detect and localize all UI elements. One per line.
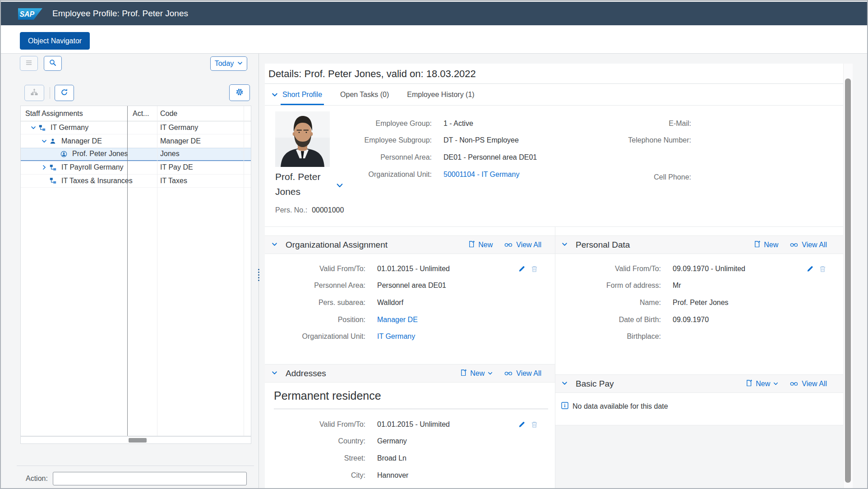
no-data-message: No data available for this date <box>561 402 668 411</box>
section-field-row: Valid From/To:09.09.1970 - Unlimited <box>555 260 843 277</box>
tree-header: Staff Assignments Act... Code <box>21 106 251 121</box>
collapse-icon[interactable] <box>562 380 568 388</box>
profile-field-row: Employee Subgroup:DT - Non-PS Employee <box>332 132 545 149</box>
section-field-row: Valid From/To:01.01.2015 - Unlimited <box>265 416 555 433</box>
tree-item-label: IT Germany <box>51 124 88 132</box>
edit-icon[interactable] <box>807 265 813 272</box>
org-chart-up-icon <box>30 88 38 98</box>
person-icon <box>50 138 61 144</box>
section-field-row: Date of Birth:09.09.1970 <box>555 311 843 328</box>
divider <box>274 409 548 409</box>
sap-logo-icon[interactable]: SAP <box>18 8 42 20</box>
view-all-button[interactable]: View All <box>790 241 827 249</box>
splitter-grip-icon[interactable] <box>255 265 262 285</box>
profile-field-row: Employee Group:1 - Active <box>332 115 545 132</box>
new-menu-button[interactable]: New <box>460 369 493 378</box>
glasses-icon <box>504 241 513 249</box>
scrollbar-thumb[interactable] <box>845 78 851 483</box>
delete-icon[interactable] <box>819 265 826 272</box>
tab-short-profile[interactable]: Short Profile <box>282 84 322 105</box>
section-header-basic-pay: Basic Pay New View All <box>555 374 843 393</box>
profile-field-row: E-Mail: <box>592 115 804 132</box>
section-field-row: Valid From/To:01.01.2015 - Unlimited <box>265 260 555 277</box>
field-value-link[interactable]: Manager DE <box>377 316 418 324</box>
field-value: Walldorf <box>377 299 403 307</box>
divider <box>265 226 843 227</box>
field-value-link[interactable]: IT Germany <box>377 332 415 341</box>
column-header-staff-assignments: Staff Assignments <box>25 106 83 121</box>
profile-field-row: Organizational Unit:50001104 - IT German… <box>332 166 545 183</box>
object-navigator-button[interactable]: Object Navigator <box>20 32 90 50</box>
view-all-button[interactable]: View All <box>504 369 541 378</box>
column-divider <box>244 106 244 436</box>
delete-icon[interactable] <box>531 421 538 428</box>
section-field-row: Country:Germany <box>265 433 555 450</box>
section-field-row: Organizational Unit:IT Germany <box>265 328 555 345</box>
refresh-button[interactable] <box>55 85 74 101</box>
org-structure-up-button[interactable] <box>24 85 44 101</box>
field-value-link[interactable]: 50001104 - IT Germany <box>443 171 519 179</box>
employee-photo <box>275 111 330 167</box>
collapse-icon[interactable] <box>272 92 278 98</box>
tree-row[interactable]: Prof. Peter JonesJones <box>21 148 251 161</box>
tree-item-label: Prof. Peter Jones <box>72 150 128 158</box>
action-input[interactable] <box>53 472 247 485</box>
edit-icon[interactable] <box>518 421 525 428</box>
new-button[interactable]: New <box>754 240 778 249</box>
delete-icon[interactable] <box>531 265 538 272</box>
list-view-button[interactable] <box>20 56 38 71</box>
scrollbar-thumb[interactable] <box>129 438 147 443</box>
details-title: Details: Prof. Peter Jones, valid on: 18… <box>268 64 476 84</box>
field-label: Valid From/To: <box>265 265 365 273</box>
employee-menu-chevron-icon[interactable] <box>336 182 343 191</box>
expand-icon[interactable] <box>39 165 50 170</box>
new-menu-button[interactable]: New <box>746 379 778 388</box>
app-title: Employee Profile: Prof. Peter Jones <box>52 2 188 25</box>
tab-employee-history-1-[interactable]: Employee History (1) <box>407 84 474 105</box>
section-field-row: Street:Broad Ln <box>265 450 555 467</box>
tree-horizontal-scrollbar[interactable] <box>20 436 251 444</box>
view-all-button[interactable]: View All <box>504 241 541 249</box>
section-field-row: Personnel Area:Personnel area DE01 <box>265 277 555 295</box>
collapse-icon[interactable] <box>272 369 277 378</box>
tree-code-cell: Manager DE <box>160 134 201 147</box>
glasses-icon <box>790 380 799 388</box>
list-icon <box>25 59 32 68</box>
toolbar-separator <box>50 87 50 99</box>
field-label: E-Mail: <box>592 120 691 128</box>
new-button[interactable]: New <box>468 240 493 249</box>
address-type-title: Permanent residence <box>274 389 381 402</box>
field-label: Personnel Area: <box>332 153 432 161</box>
edit-icon[interactable] <box>518 265 525 272</box>
tree-row[interactable]: IT GermanyIT Germany <box>21 121 251 134</box>
field-label: Employee Group: <box>332 120 432 128</box>
tree-code-cell: Jones <box>160 148 180 160</box>
addresses-fields: Valid From/To:01.01.2015 - UnlimitedCoun… <box>265 416 555 484</box>
profile-fields-left: Employee Group:1 - ActiveEmployee Subgro… <box>332 115 545 183</box>
settings-button[interactable] <box>229 84 250 101</box>
tree-row[interactable]: IT Payroll GermanyIT Pay DE <box>21 161 251 174</box>
section-header-organizational-assignment: Organizational Assignment New View All <box>265 235 555 254</box>
today-date-button[interactable]: Today <box>210 56 247 71</box>
collapse-icon[interactable] <box>39 138 50 144</box>
field-value: DE01 - Personnel area DE01 <box>443 153 537 161</box>
section-field-row: Pers. subarea:Walldorf <box>265 294 555 311</box>
search-icon <box>49 59 56 68</box>
section-title: Basic Pay <box>576 379 746 389</box>
collapse-icon[interactable] <box>28 125 39 130</box>
details-vertical-scrollbar[interactable] <box>843 64 853 488</box>
refresh-icon <box>60 88 68 98</box>
tab-open-tasks-0-[interactable]: Open Tasks (0) <box>340 84 389 105</box>
person-badge-icon <box>60 151 72 157</box>
section-title: Organizational Assignment <box>286 240 468 250</box>
view-all-button[interactable]: View All <box>790 380 827 388</box>
collapse-icon[interactable] <box>272 241 277 249</box>
tab-bar: Short ProfileOpen Tasks (0)Employee Hist… <box>265 84 843 106</box>
collapse-icon[interactable] <box>562 241 568 249</box>
search-button[interactable] <box>44 56 62 71</box>
field-label: Birthplace: <box>555 332 661 341</box>
section-field-row: City:Hannover <box>265 467 555 484</box>
tree-row[interactable]: Manager DEManager DE <box>21 134 251 148</box>
tree-row[interactable]: IT Taxes & InsurancesIT Taxes <box>21 175 251 188</box>
field-value: 09.09.1970 <box>673 316 709 324</box>
